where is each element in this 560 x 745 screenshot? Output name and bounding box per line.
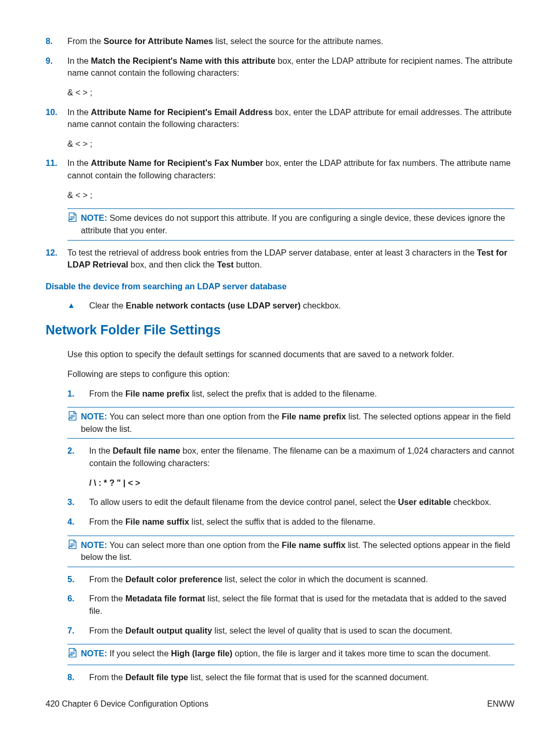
step-body: To allow users to edit the default filen… [89,496,514,509]
step-8: 8.From the Source for Attribute Names li… [46,35,514,48]
bullet-body: Clear the Enable network contacts (use L… [89,300,341,312]
footer-left: 420 Chapter 6 Device Configuration Optio… [46,698,208,710]
note-text: NOTE: Some devices do not support this a… [81,212,514,236]
note-icon [67,212,81,236]
step-number: 9. [46,55,67,79]
step-12: 12.To test the retrieval of address book… [46,247,514,271]
note-box: NOTE: Some devices do not support this a… [67,208,514,240]
note-text: NOTE: You can select more than one optio… [81,539,514,564]
char-list: & < > ; [67,189,514,202]
triangle-icon: ▲ [67,300,89,312]
step-number: 8. [67,671,89,684]
bullet-item: ▲Clear the Enable network contacts (use … [67,300,514,312]
note-icon [67,648,81,662]
step-body: In the Match the Recipient's Name with t… [67,55,514,79]
paragraph: Use this option to specify the default s… [67,348,514,361]
step-number: 10. [46,106,67,131]
step-body: From the Source for Attribute Names list… [67,35,514,48]
note-icon [67,411,81,435]
step-body: In the Default file name box, enter the … [89,445,514,469]
step-number: 4. [67,516,89,528]
step-5: 5.From the Default color preference list… [67,573,514,586]
step-body: In the Attribute Name for Recipient's Em… [67,106,514,131]
step-number: 2. [67,445,89,469]
step-number: 12. [46,247,67,271]
step-number: 6. [67,593,89,617]
paragraph: Following are steps to configure this op… [67,368,514,381]
step-body: In the Attribute Name for Recipient's Fa… [67,157,514,181]
note-text: NOTE: You can select more than one optio… [81,411,514,435]
step-number: 3. [67,496,89,509]
step-body: From the File name prefix list, select t… [89,388,514,400]
note-text: NOTE: If you select the High (large file… [81,648,491,662]
step-body: From the File name suffix list, select t… [89,516,514,528]
note-box: NOTE: If you select the High (large file… [67,644,514,665]
section-heading: Network Folder File Settings [46,320,514,339]
step-number: 5. [67,573,89,586]
note-icon [67,539,81,564]
char-list: & < > ; [67,87,514,99]
char-list: & < > ; [67,138,514,150]
step-number: 8. [46,35,67,48]
subsection-heading: Disable the device from searching an LDA… [46,280,514,293]
step-8b: 8.From the Default file type list, selec… [67,671,514,684]
step-body: To test the retrieval of address book en… [67,247,514,271]
step-4: 4.From the File name suffix list, select… [67,516,514,528]
step-body: From the Default color preference list, … [89,573,514,586]
step-number: 11. [46,157,67,181]
step-body: From the Metadata file format list, sele… [89,593,514,617]
step-number: 1. [67,388,89,400]
step-2: 2.In the Default file name box, enter th… [67,445,514,469]
step-6: 6.From the Metadata file format list, se… [67,593,514,617]
step-body: From the Default file type list, select … [89,671,514,684]
footer-right: ENWW [487,698,514,710]
step-11: 11.In the Attribute Name for Recipient's… [46,157,514,181]
step-body: From the Default output quality list, se… [89,625,514,637]
char-list: / \ : * ? " | < > [89,477,514,489]
note-box: NOTE: You can select more than one optio… [67,407,514,439]
step-1: 1.From the File name prefix list, select… [67,388,514,400]
note-box: NOTE: You can select more than one optio… [67,536,514,567]
step-3: 3.To allow users to edit the default fil… [67,496,514,509]
page-footer: 420 Chapter 6 Device Configuration Optio… [46,698,514,710]
step-number: 7. [67,625,89,637]
step-10: 10.In the Attribute Name for Recipient's… [46,106,514,131]
step-7: 7.From the Default output quality list, … [67,625,514,637]
step-9: 9.In the Match the Recipient's Name with… [46,55,514,79]
